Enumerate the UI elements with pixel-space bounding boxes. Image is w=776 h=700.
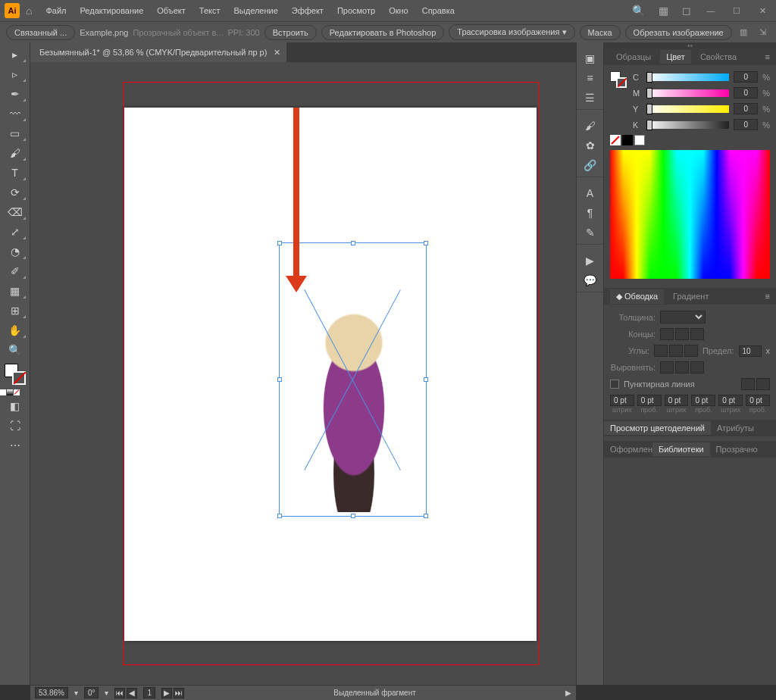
transform-icon[interactable]: ⇲ (756, 26, 769, 39)
links-icon[interactable]: 🔗 (582, 157, 599, 173)
direct-selection-tool[interactable]: ▹ (3, 65, 27, 83)
yellow-slider[interactable]: Y% (633, 103, 770, 114)
minimize-button[interactable]: — (702, 3, 720, 18)
embed-button[interactable]: Встроить (264, 25, 317, 40)
cyan-slider[interactable]: C% (633, 71, 770, 83)
status-bar: 53.86%▾ 0°▾ ⏮◀ 1 ▶⏭ Выделенный фрагмент … (30, 685, 576, 700)
stroke-tab[interactable]: ◆ Обводка (610, 289, 664, 304)
hand-tool[interactable]: ✋ (3, 321, 27, 339)
comments-icon[interactable]: 💬 (582, 272, 599, 289)
screen-mode[interactable]: ⛶ (3, 417, 27, 435)
maximize-button[interactable]: ☐ (728, 3, 746, 18)
document-area: Безымянный-1* @ 53,86 % (CMYK/Предварите… (30, 42, 576, 685)
gradient-tab[interactable]: Градиент (667, 289, 715, 303)
limit-input[interactable] (739, 345, 762, 357)
libraries-icon[interactable]: ≡ (582, 70, 599, 86)
cap-buttons[interactable] (660, 328, 704, 340)
crop-image-button[interactable]: Обрезать изображение (625, 25, 732, 40)
shape-builder-tool[interactable]: ◔ (3, 242, 27, 261)
magenta-slider[interactable]: M% (633, 87, 770, 98)
artboard-tool[interactable]: ⊞ (3, 302, 27, 320)
menu-file[interactable]: Файл (39, 3, 72, 18)
menu-effect[interactable]: Эффект (286, 3, 330, 18)
zoom-field[interactable]: 53.86% (35, 687, 68, 698)
black-slider[interactable]: K% (633, 119, 770, 130)
eyedropper-tool[interactable]: ✐ (3, 262, 27, 280)
artboard-index[interactable]: 1 (143, 687, 155, 698)
artboard-nav[interactable]: ⏮◀ (114, 688, 137, 698)
menubar: Ai ⌂ Файл Редактирование Объект Текст Вы… (0, 0, 776, 21)
canvas[interactable] (30, 62, 576, 685)
artboard-nav-fwd[interactable]: ▶⏭ (161, 688, 184, 698)
zoom-tool[interactable]: 🔍 (3, 341, 27, 359)
document-tab[interactable]: Безымянный-1* @ 53,86 % (CMYK/Предварите… (30, 42, 286, 62)
properties-tab[interactable]: Свойства (694, 50, 743, 64)
workspace-icon[interactable]: ◻ (679, 2, 694, 20)
color-mode-swatches[interactable] (0, 389, 30, 395)
dashed-label: Пунктирная линия (624, 380, 695, 389)
close-button[interactable]: ✕ (753, 3, 771, 18)
home-icon[interactable]: ⌂ (26, 5, 32, 17)
mask-button[interactable]: Маска (580, 25, 621, 40)
black-input[interactable] (734, 119, 758, 130)
selection-bounding-box[interactable] (279, 242, 427, 517)
edit-photoshop-button[interactable]: Редактировать в Photoshop (321, 25, 445, 40)
menu-select[interactable]: Выделение (227, 3, 283, 18)
status-menu-icon[interactable]: ▶ (565, 689, 571, 697)
curvature-tool[interactable]: 〰 (3, 105, 27, 123)
corner-buttons[interactable] (654, 345, 698, 357)
gradient-tool[interactable]: ▦ (3, 282, 27, 300)
fill-stroke-mini[interactable] (610, 71, 627, 88)
selection-tool[interactable]: ▸ (3, 45, 27, 64)
color-spectrum[interactable] (610, 150, 770, 279)
swatches-tab[interactable]: Образцы (610, 50, 657, 64)
libraries-tab[interactable]: Библиотеки (652, 442, 710, 456)
color-tab[interactable]: Цвет (660, 50, 691, 64)
tab-close-icon[interactable]: ✕ (274, 48, 280, 58)
panel-menu-icon[interactable]: ≡ (765, 292, 770, 301)
glyphs-icon[interactable]: ✎ (582, 224, 599, 241)
actions-icon[interactable]: ▶ (582, 252, 599, 269)
appearance-tab[interactable]: Оформлени (604, 442, 652, 456)
link-status-button[interactable]: Связанный ... (6, 25, 75, 40)
properties-icon[interactable]: ▣ (582, 50, 599, 67)
transparency-tab[interactable]: Прозрачно (710, 442, 764, 456)
paragraph-icon[interactable]: ¶ (582, 205, 599, 221)
quick-colors[interactable] (610, 135, 770, 145)
search-icon[interactable]: 🔍 (629, 2, 648, 20)
arrange-icon[interactable]: ▦ (656, 2, 671, 20)
menu-edit[interactable]: Редактирование (74, 3, 150, 18)
align-stroke-buttons[interactable] (660, 361, 704, 373)
symbols-icon[interactable]: ✿ (582, 137, 599, 154)
menu-help[interactable]: Справка (416, 3, 461, 18)
dashed-checkbox[interactable] (610, 380, 619, 389)
layers-icon[interactable]: ☰ (582, 89, 599, 106)
edit-toolbar[interactable]: ⋯ (3, 436, 27, 455)
eraser-tool[interactable]: ⌫ (3, 203, 27, 221)
align-icon[interactable]: ▥ (737, 26, 750, 39)
magenta-input[interactable] (734, 87, 758, 98)
type-tool[interactable]: T (3, 164, 27, 182)
scale-tool[interactable]: ⤢ (3, 223, 27, 241)
rotate-tool[interactable]: ⟳ (3, 183, 27, 202)
image-trace-button[interactable]: Трассировка изображения ▾ (449, 24, 574, 40)
brushes-icon[interactable]: 🖌 (582, 117, 599, 134)
dash-preserve-buttons[interactable] (741, 378, 770, 390)
panel-menu-icon[interactable]: ≡ (765, 52, 770, 61)
stroke-weight-select[interactable] (660, 311, 706, 323)
pen-tool[interactable]: ✒ (3, 85, 27, 103)
brush-tool[interactable]: 🖌 (3, 144, 27, 162)
menu-text[interactable]: Текст (193, 3, 227, 18)
draw-mode[interactable]: ◧ (3, 397, 27, 415)
rotate-field[interactable]: 0° (84, 687, 99, 698)
menu-window[interactable]: Окно (383, 3, 415, 18)
cyan-input[interactable] (734, 71, 758, 83)
yellow-input[interactable] (734, 103, 758, 114)
attributes-tab[interactable]: Атрибуты (711, 421, 760, 435)
menu-view[interactable]: Просмотр (331, 3, 381, 18)
separations-tab[interactable]: Просмотр цветоделений (604, 421, 711, 435)
fill-stroke-swatch[interactable] (5, 364, 26, 385)
menu-object[interactable]: Объект (151, 3, 191, 18)
character-icon[interactable]: A (582, 185, 599, 202)
rectangle-tool[interactable]: ▭ (3, 124, 27, 142)
